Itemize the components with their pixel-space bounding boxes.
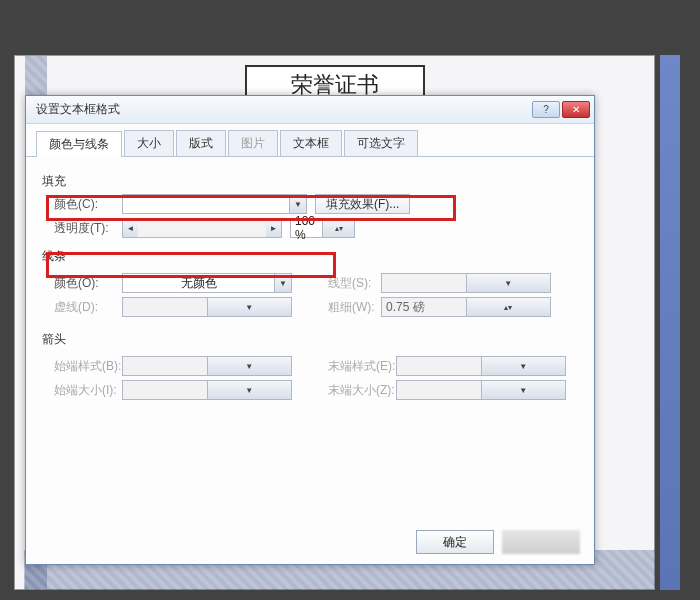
tab-image: 图片: [228, 130, 278, 156]
dialog-titlebar: 设置文本框格式 ? ✕: [26, 96, 594, 124]
chevron-down-icon: ▼: [481, 357, 566, 375]
ok-button[interactable]: 确定: [416, 530, 494, 554]
line-dash-label: 虚线(D):: [42, 299, 122, 316]
chevron-down-icon: ▼: [207, 381, 292, 399]
slider-left-icon[interactable]: ◄: [123, 219, 138, 237]
begin-size-label: 始端大小(I):: [42, 382, 122, 399]
dialog-title: 设置文本框格式: [36, 101, 120, 118]
line-weight-box: 0.75 磅 ▴▾: [381, 297, 551, 317]
chevron-down-icon: ▼: [274, 274, 291, 292]
line-style-label: 线型(S):: [316, 275, 381, 292]
spinner-icon: ▴▾: [466, 298, 551, 316]
begin-style-combo: ▼: [122, 356, 292, 376]
opacity-value: 100 %: [291, 214, 322, 242]
opacity-value-input[interactable]: 100 % ▴▾: [290, 218, 355, 238]
end-style-combo: ▼: [396, 356, 566, 376]
line-weight-value: 0.75 磅: [382, 299, 466, 316]
begin-size-combo: ▼: [122, 380, 292, 400]
chevron-down-icon: ▼: [207, 357, 292, 375]
tab-strip: 颜色与线条 大小 版式 图片 文本框 可选文字: [26, 124, 594, 157]
format-textbox-dialog: 设置文本框格式 ? ✕ 颜色与线条 大小 版式 图片 文本框 可选文字 填充 颜…: [25, 95, 595, 565]
opacity-slider[interactable]: ◄ ►: [122, 218, 282, 238]
line-weight-label: 粗细(W):: [316, 299, 381, 316]
blurred-button: [502, 530, 580, 554]
close-button[interactable]: ✕: [562, 101, 590, 118]
dialog-footer: 确定: [416, 530, 580, 554]
fill-color-combo[interactable]: ▼: [122, 194, 307, 214]
line-color-label: 颜色(O):: [42, 275, 122, 292]
tab-size[interactable]: 大小: [124, 130, 174, 156]
fill-color-label: 颜色(C):: [42, 196, 122, 213]
help-button[interactable]: ?: [532, 101, 560, 118]
line-color-combo[interactable]: 无颜色 ▼: [122, 273, 292, 293]
fill-effects-button[interactable]: 填充效果(F)...: [315, 194, 410, 214]
tab-layout[interactable]: 版式: [176, 130, 226, 156]
tab-color-line[interactable]: 颜色与线条: [36, 131, 122, 157]
line-section-label: 线条: [42, 248, 578, 265]
spinner-icon[interactable]: ▴▾: [322, 219, 354, 237]
end-size-combo: ▼: [396, 380, 566, 400]
tab-alt-text[interactable]: 可选文字: [344, 130, 418, 156]
arrow-section-label: 箭头: [42, 331, 578, 348]
slider-right-icon[interactable]: ►: [266, 219, 281, 237]
opacity-label: 透明度(T):: [42, 220, 122, 237]
chevron-down-icon: ▼: [481, 381, 566, 399]
chevron-down-icon: ▼: [207, 298, 292, 316]
begin-style-label: 始端样式(B):: [42, 358, 122, 375]
end-size-label: 末端大小(Z):: [316, 382, 396, 399]
line-color-value: 无颜色: [123, 275, 274, 292]
fill-section-label: 填充: [42, 173, 578, 190]
tab-textbox[interactable]: 文本框: [280, 130, 342, 156]
chevron-down-icon: ▼: [289, 195, 306, 213]
dialog-content: 填充 颜色(C): ▼ 填充效果(F)... 透明度(T): ◄ ► 100 %…: [26, 157, 594, 414]
background-right-panel: [660, 55, 680, 590]
line-style-combo: ▼: [381, 273, 551, 293]
end-style-label: 末端样式(E):: [316, 358, 396, 375]
chevron-down-icon: ▼: [466, 274, 551, 292]
line-dash-combo: ▼: [122, 297, 292, 317]
